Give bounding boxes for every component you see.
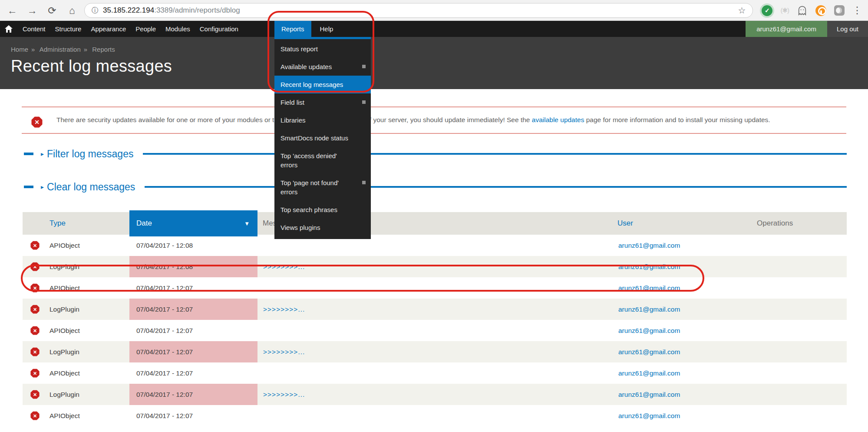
vpn-extension-icon[interactable] [815, 5, 826, 16]
info-icon[interactable]: ⓘ [92, 6, 99, 15]
admin-menu-item[interactable]: Structure [50, 21, 86, 37]
dropdown-tabs: Reports Help [274, 21, 371, 37]
admin-menu-item[interactable]: Configuration [195, 21, 243, 37]
admin-menu-item[interactable]: Content [18, 21, 50, 37]
reports-menu-panel: Status report Available updates Recent l… [274, 39, 371, 239]
available-updates-link[interactable]: available updates [532, 116, 584, 123]
ghost-extension-icon[interactable] [797, 5, 808, 16]
error-icon: ✕ [30, 390, 40, 399]
fieldset-dash-icon [24, 186, 33, 188]
error-text-after: page for more information and to install… [584, 116, 770, 123]
gray-extension-icon[interactable] [834, 5, 845, 16]
breadcrumb-link[interactable]: Administration [40, 46, 81, 53]
user-link[interactable]: arunz61@gmail.com [618, 242, 680, 249]
check-extension-icon[interactable]: ✓ [762, 5, 772, 16]
sort-user-link[interactable]: User [617, 219, 633, 227]
reports-menu-item[interactable]: SmartDocs node status [274, 129, 371, 147]
reports-menu-item-label: Available updates [281, 63, 332, 70]
filter-fieldset: ▸ Filter log messages [24, 144, 847, 163]
reports-menu-item[interactable]: Views plugins [274, 219, 371, 236]
reports-tab[interactable]: Reports [274, 21, 311, 37]
account-button[interactable]: arunz61@gmail.com [746, 21, 827, 37]
error-icon: ✕ [30, 347, 40, 356]
log-type-label: APIObject [50, 412, 80, 420]
date-cell: 07/04/2017 - 12:07 [129, 277, 257, 299]
logout-button[interactable]: Log out [827, 21, 868, 37]
reports-menu-item[interactable]: Top search phrases [274, 201, 371, 219]
type-cell: ✕ LogPlugin [23, 341, 129, 362]
message-cell: >>>>>>>>... [257, 391, 612, 399]
message-link[interactable]: >>>>>>>>... [263, 306, 305, 313]
forward-icon[interactable]: → [26, 6, 38, 16]
error-icon: ✕ [30, 411, 40, 420]
error-icon: ✕ [30, 305, 40, 314]
column-header-date-active[interactable]: Date ▼ [129, 210, 257, 236]
bookmark-star-icon[interactable]: ☆ [738, 5, 746, 16]
url-host: 35.185.222.194 [103, 6, 154, 15]
column-header-type: Type [23, 219, 129, 228]
breadcrumb-link[interactable]: Home [11, 46, 28, 53]
user-link[interactable]: arunz61@gmail.com [618, 263, 680, 270]
message-link[interactable]: >>>>>>>>... [263, 348, 305, 356]
message-cell: >>>>>>>>... [257, 263, 612, 271]
error-message-text: There are security updates available for… [56, 114, 829, 126]
error-icon: ✕ [30, 326, 40, 335]
reports-menu-item[interactable]: Status report [274, 40, 371, 58]
browser-menu-icon[interactable]: ⋮ [852, 5, 862, 16]
fieldset-dash-icon [24, 153, 33, 155]
url-path: :3389/admin/reports/dblog [154, 6, 240, 15]
message-link[interactable]: >>>>>>>>... [263, 391, 305, 398]
message-link[interactable]: >>>>>>>>... [263, 263, 305, 270]
admin-menu-item[interactable]: Appearance [86, 21, 131, 37]
reports-menu-item[interactable]: Top 'access denied' errors [274, 147, 371, 174]
address-bar[interactable]: ⓘ 35.185.222.194 :3389/admin/reports/dbl… [84, 3, 753, 18]
table-row: ✕ LogPlugin 07/04/2017 - 12:08 >>>>>>>>.… [23, 256, 847, 277]
page-header: Home» Administration» Reports» Recent lo… [0, 37, 868, 89]
browser-home-icon[interactable]: ⌂ [66, 6, 78, 16]
user-link[interactable]: arunz61@gmail.com [618, 327, 680, 334]
user-link[interactable]: arunz61@gmail.com [618, 391, 680, 398]
table-row: ✕ APIObject 07/04/2017 - 12:07 arunz61@g… [23, 362, 847, 384]
breadcrumb-link[interactable]: Reports [92, 46, 115, 53]
table-row: ✕ LogPlugin 07/04/2017 - 12:07 >>>>>>>>.… [23, 384, 847, 405]
admin-home-icon[interactable] [0, 21, 18, 37]
reports-menu-item[interactable]: Available updates [274, 58, 371, 76]
user-link[interactable]: arunz61@gmail.com [618, 412, 680, 419]
filter-log-messages-toggle[interactable]: Filter log messages [47, 148, 133, 160]
admin-menu-item-label: Structure [55, 25, 82, 33]
reports-menu-item[interactable]: Recent log messages [274, 76, 371, 93]
reload-icon[interactable]: ⟳ [46, 6, 58, 16]
reports-dropdown: Reports Help Status report Available upd… [274, 21, 371, 239]
log-type-label: LogPlugin [50, 391, 79, 399]
user-link[interactable]: arunz61@gmail.com [618, 306, 680, 313]
admin-menu-item[interactable]: Modules [161, 21, 195, 37]
date-header-label: Date [136, 219, 152, 228]
log-date-label: 07/04/2017 - 12:07 [136, 369, 193, 377]
log-type-label: LogPlugin [50, 306, 79, 313]
clear-fieldset: ▸ Clear log messages [24, 177, 847, 196]
date-cell: 07/04/2017 - 12:07 [129, 384, 257, 405]
collapsed-arrow-icon: ▸ [41, 150, 44, 157]
date-cell: 07/04/2017 - 12:08 [129, 256, 257, 277]
admin-menu-item-label: Configuration [200, 25, 238, 33]
admin-toolbar: Content Structure Appearance People Modu… [0, 21, 868, 37]
user-link[interactable]: arunz61@gmail.com [618, 348, 680, 356]
error-icon: ✕ [31, 116, 43, 128]
help-tab[interactable]: Help [311, 21, 342, 37]
table-row: ✕ APIObject 07/04/2017 - 12:08 arunz61@g… [23, 235, 847, 256]
admin-menu-item[interactable]: People [131, 21, 161, 37]
extension-area: ✓ (✱) ⋮ [762, 5, 862, 16]
date-cell: 07/04/2017 - 12:07 [129, 320, 257, 341]
user-cell: arunz61@gmail.com [612, 242, 749, 249]
user-link[interactable]: arunz61@gmail.com [618, 369, 680, 377]
browser-nav-icons: ← → ⟳ ⌂ [6, 6, 78, 16]
reports-menu-item[interactable]: Top 'page not found' errors [274, 174, 371, 201]
back-icon[interactable]: ← [6, 6, 18, 16]
screen: ← → ⟳ ⌂ ⓘ 35.185.222.194 :3389/admin/rep… [0, 0, 868, 432]
user-link[interactable]: arunz61@gmail.com [618, 284, 680, 292]
reports-menu-item[interactable]: Field list [274, 93, 371, 111]
breadcrumb: Home» Administration» Reports» [11, 46, 868, 53]
sort-type-link[interactable]: Type [50, 219, 66, 227]
clear-log-messages-toggle[interactable]: Clear log messages [47, 181, 135, 193]
reports-menu-item[interactable]: Libraries [274, 111, 371, 129]
